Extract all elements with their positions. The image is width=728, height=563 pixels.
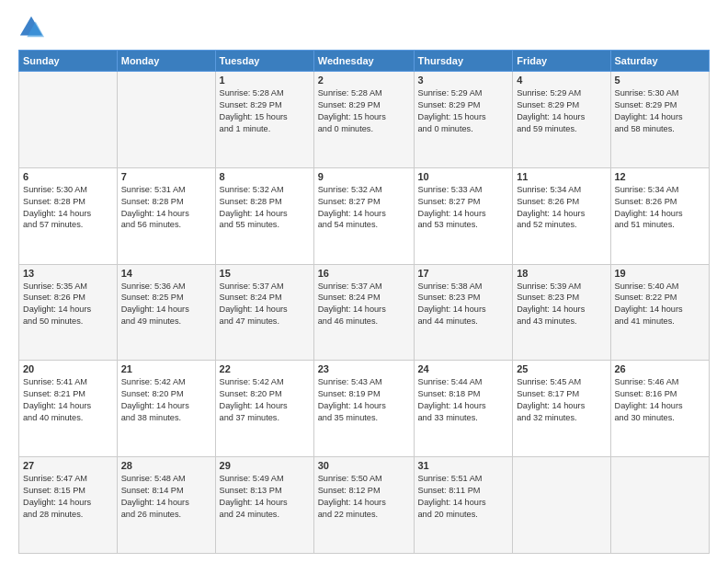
- calendar-cell: 15Sunrise: 5:37 AM Sunset: 8:24 PM Dayli…: [215, 264, 313, 361]
- day-number: 6: [23, 171, 113, 182]
- page: SundayMondayTuesdayWednesdayThursdayFrid…: [0, 0, 728, 563]
- day-info: Sunrise: 5:51 AM Sunset: 8:11 PM Dayligh…: [418, 473, 509, 521]
- calendar-cell: 24Sunrise: 5:44 AM Sunset: 8:18 PM Dayli…: [414, 361, 513, 457]
- day-info: Sunrise: 5:32 AM Sunset: 8:28 PM Dayligh…: [220, 184, 310, 232]
- day-number: 13: [23, 268, 113, 279]
- calendar-cell: [513, 457, 610, 554]
- header: [18, 15, 710, 40]
- day-info: Sunrise: 5:37 AM Sunset: 8:24 PM Dayligh…: [318, 281, 410, 328]
- day-number: 10: [418, 171, 509, 182]
- day-number: 31: [418, 460, 509, 471]
- day-info: Sunrise: 5:30 AM Sunset: 8:29 PM Dayligh…: [615, 87, 706, 135]
- calendar-header-row: SundayMondayTuesdayWednesdayThursdayFrid…: [19, 51, 710, 72]
- calendar-week-row: 13Sunrise: 5:35 AM Sunset: 8:26 PM Dayli…: [19, 264, 710, 361]
- day-info: Sunrise: 5:34 AM Sunset: 8:26 PM Dayligh…: [615, 184, 706, 232]
- day-info: Sunrise: 5:40 AM Sunset: 8:22 PM Dayligh…: [615, 281, 706, 328]
- day-info: Sunrise: 5:48 AM Sunset: 8:14 PM Dayligh…: [121, 473, 211, 521]
- day-number: 30: [318, 460, 410, 471]
- day-number: 19: [615, 268, 706, 279]
- day-number: 18: [517, 268, 606, 279]
- calendar-cell: 26Sunrise: 5:46 AM Sunset: 8:16 PM Dayli…: [610, 361, 710, 457]
- day-info: Sunrise: 5:29 AM Sunset: 8:29 PM Dayligh…: [517, 87, 606, 135]
- day-info: Sunrise: 5:41 AM Sunset: 8:21 PM Dayligh…: [23, 376, 113, 424]
- calendar-week-row: 1Sunrise: 5:28 AM Sunset: 8:29 PM Daylig…: [19, 72, 710, 168]
- calendar-cell: 25Sunrise: 5:45 AM Sunset: 8:17 PM Dayli…: [513, 361, 610, 457]
- day-number: 16: [318, 268, 410, 279]
- calendar-cell: 18Sunrise: 5:39 AM Sunset: 8:23 PM Dayli…: [513, 264, 610, 361]
- calendar-cell: 7Sunrise: 5:31 AM Sunset: 8:28 PM Daylig…: [117, 167, 215, 264]
- calendar-cell: 28Sunrise: 5:48 AM Sunset: 8:14 PM Dayli…: [117, 457, 215, 554]
- day-number: 28: [121, 460, 211, 471]
- day-number: 26: [615, 363, 706, 374]
- day-number: 21: [121, 363, 211, 374]
- day-info: Sunrise: 5:32 AM Sunset: 8:27 PM Dayligh…: [318, 184, 410, 232]
- day-number: 15: [220, 268, 310, 279]
- logo: [18, 15, 48, 40]
- day-number: 20: [23, 363, 113, 374]
- logo-icon: [18, 15, 44, 40]
- calendar-cell: [19, 72, 118, 168]
- calendar-cell: 16Sunrise: 5:37 AM Sunset: 8:24 PM Dayli…: [313, 264, 414, 361]
- calendar-header-wednesday: Wednesday: [313, 51, 414, 72]
- calendar-cell: 20Sunrise: 5:41 AM Sunset: 8:21 PM Dayli…: [19, 361, 118, 457]
- calendar-cell: 1Sunrise: 5:28 AM Sunset: 8:29 PM Daylig…: [215, 72, 313, 168]
- day-info: Sunrise: 5:29 AM Sunset: 8:29 PM Dayligh…: [418, 87, 509, 135]
- calendar-table: SundayMondayTuesdayWednesdayThursdayFrid…: [18, 50, 710, 554]
- day-info: Sunrise: 5:35 AM Sunset: 8:26 PM Dayligh…: [23, 281, 113, 328]
- day-info: Sunrise: 5:38 AM Sunset: 8:23 PM Dayligh…: [418, 281, 509, 328]
- day-info: Sunrise: 5:43 AM Sunset: 8:19 PM Dayligh…: [318, 376, 410, 424]
- calendar-cell: 19Sunrise: 5:40 AM Sunset: 8:22 PM Dayli…: [610, 264, 710, 361]
- calendar-week-row: 6Sunrise: 5:30 AM Sunset: 8:28 PM Daylig…: [19, 167, 710, 264]
- day-number: 3: [418, 75, 509, 86]
- calendar-header-saturday: Saturday: [610, 51, 710, 72]
- calendar-cell: 27Sunrise: 5:47 AM Sunset: 8:15 PM Dayli…: [19, 457, 118, 554]
- calendar-week-row: 27Sunrise: 5:47 AM Sunset: 8:15 PM Dayli…: [19, 457, 710, 554]
- calendar-header-sunday: Sunday: [19, 51, 118, 72]
- calendar-header-monday: Monday: [117, 51, 215, 72]
- day-info: Sunrise: 5:28 AM Sunset: 8:29 PM Dayligh…: [318, 87, 410, 135]
- day-info: Sunrise: 5:34 AM Sunset: 8:26 PM Dayligh…: [517, 184, 606, 232]
- calendar-cell: 31Sunrise: 5:51 AM Sunset: 8:11 PM Dayli…: [414, 457, 513, 554]
- day-number: 22: [220, 363, 310, 374]
- day-info: Sunrise: 5:46 AM Sunset: 8:16 PM Dayligh…: [615, 376, 706, 424]
- calendar-header-friday: Friday: [513, 51, 610, 72]
- day-number: 25: [517, 363, 606, 374]
- day-info: Sunrise: 5:49 AM Sunset: 8:13 PM Dayligh…: [220, 473, 310, 521]
- day-number: 24: [418, 363, 509, 374]
- day-info: Sunrise: 5:36 AM Sunset: 8:25 PM Dayligh…: [121, 281, 211, 328]
- day-number: 1: [220, 75, 310, 86]
- calendar-cell: 13Sunrise: 5:35 AM Sunset: 8:26 PM Dayli…: [19, 264, 118, 361]
- day-info: Sunrise: 5:33 AM Sunset: 8:27 PM Dayligh…: [418, 184, 509, 232]
- day-number: 7: [121, 171, 211, 182]
- day-number: 5: [615, 75, 706, 86]
- calendar-cell: 29Sunrise: 5:49 AM Sunset: 8:13 PM Dayli…: [215, 457, 313, 554]
- calendar-cell: 17Sunrise: 5:38 AM Sunset: 8:23 PM Dayli…: [414, 264, 513, 361]
- day-number: 4: [517, 75, 606, 86]
- calendar-cell: 23Sunrise: 5:43 AM Sunset: 8:19 PM Dayli…: [313, 361, 414, 457]
- calendar-cell: 5Sunrise: 5:30 AM Sunset: 8:29 PM Daylig…: [610, 72, 710, 168]
- calendar-cell: 14Sunrise: 5:36 AM Sunset: 8:25 PM Dayli…: [117, 264, 215, 361]
- calendar-week-row: 20Sunrise: 5:41 AM Sunset: 8:21 PM Dayli…: [19, 361, 710, 457]
- day-info: Sunrise: 5:50 AM Sunset: 8:12 PM Dayligh…: [318, 473, 410, 521]
- calendar-cell: [117, 72, 215, 168]
- calendar-cell: 10Sunrise: 5:33 AM Sunset: 8:27 PM Dayli…: [414, 167, 513, 264]
- day-info: Sunrise: 5:31 AM Sunset: 8:28 PM Dayligh…: [121, 184, 211, 232]
- calendar-cell: 6Sunrise: 5:30 AM Sunset: 8:28 PM Daylig…: [19, 167, 118, 264]
- calendar-header-tuesday: Tuesday: [215, 51, 313, 72]
- calendar-cell: 12Sunrise: 5:34 AM Sunset: 8:26 PM Dayli…: [610, 167, 710, 264]
- day-info: Sunrise: 5:44 AM Sunset: 8:18 PM Dayligh…: [418, 376, 509, 424]
- calendar-cell: [610, 457, 710, 554]
- calendar-cell: 2Sunrise: 5:28 AM Sunset: 8:29 PM Daylig…: [313, 72, 414, 168]
- calendar-cell: 3Sunrise: 5:29 AM Sunset: 8:29 PM Daylig…: [414, 72, 513, 168]
- calendar-cell: 22Sunrise: 5:42 AM Sunset: 8:20 PM Dayli…: [215, 361, 313, 457]
- day-number: 12: [615, 171, 706, 182]
- day-number: 23: [318, 363, 410, 374]
- day-number: 11: [517, 171, 606, 182]
- day-info: Sunrise: 5:42 AM Sunset: 8:20 PM Dayligh…: [121, 376, 211, 424]
- calendar-cell: 11Sunrise: 5:34 AM Sunset: 8:26 PM Dayli…: [513, 167, 610, 264]
- calendar-cell: 9Sunrise: 5:32 AM Sunset: 8:27 PM Daylig…: [313, 167, 414, 264]
- day-number: 27: [23, 460, 113, 471]
- day-number: 9: [318, 171, 410, 182]
- day-number: 14: [121, 268, 211, 279]
- day-info: Sunrise: 5:28 AM Sunset: 8:29 PM Dayligh…: [220, 87, 310, 135]
